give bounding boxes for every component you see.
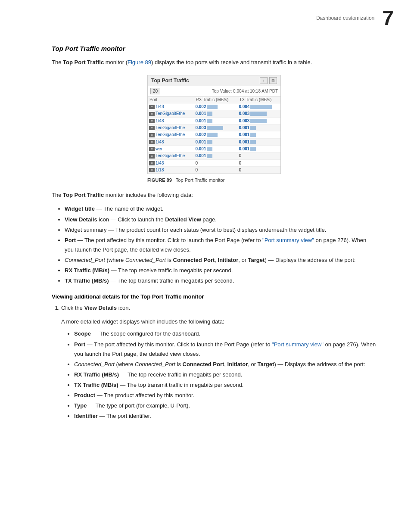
figure-caption-text: Top Port Traffic monitor <box>176 177 225 183</box>
port-link[interactable]: TenGigabitEthe <box>156 111 185 116</box>
port-link[interactable]: 1/43 <box>156 161 164 165</box>
detail-bold-identifier: Identifier <box>74 413 98 419</box>
rx-cell: 0.002 <box>194 103 237 110</box>
rx-cell: 0.001 <box>194 117 237 124</box>
indented-para: A more detailed widget displays which in… <box>61 317 377 327</box>
widget-title: Top Port Traffic <box>151 78 189 84</box>
figure-caption: FIGURE 89 Top Port Traffic monitor <box>147 177 281 183</box>
bold-target: Target <box>248 257 265 263</box>
port-cell: ≡1/18 <box>148 167 194 174</box>
port-link[interactable]: wer <box>156 146 162 151</box>
port-link[interactable]: 1/48 <box>156 140 164 144</box>
intro-text-2: monitor ( <box>104 59 128 65</box>
detail-item-port: Port — The port affected by this monitor… <box>74 340 377 359</box>
table-row: ≡1/480.0010.003 <box>148 117 280 124</box>
port-summary-link-1[interactable]: "Port summary view" <box>262 237 314 243</box>
grid-icon[interactable]: ⊞ <box>269 77 277 84</box>
intro-paragraph: The Top Port Traffic monitor (Figure 89)… <box>52 58 377 67</box>
table-row: ≡1/4300 <box>148 159 280 166</box>
port-link[interactable]: 1/48 <box>156 104 164 109</box>
detail-italic-cp2: Connected_Port <box>135 361 175 367</box>
intro-text-3: ) displays the top ports with receive an… <box>151 59 312 65</box>
tx-cell: 0.003 <box>237 117 280 124</box>
bullet-bold-detailed-view: Detailed View <box>165 216 201 223</box>
rx-cell: 0.002 <box>194 131 237 138</box>
upload-icon[interactable]: ↑ <box>260 77 268 84</box>
detail-italic-cp1: Connected_Port <box>74 361 115 367</box>
table-row: ≡1/480.0010.001 <box>148 138 280 145</box>
port-cell: ≡TenGigabitEthe <box>148 152 194 159</box>
rx-cell: 0.001 <box>194 152 237 159</box>
step1-text: icon. <box>117 305 130 311</box>
tx-cell: 0.001 <box>237 145 280 152</box>
rx-cell: 0 <box>194 159 237 166</box>
list-item-widget-title: Widget title — The name of the widget. <box>65 204 377 214</box>
list-item-widget-summary: Widget summary — The product count for e… <box>65 225 377 235</box>
detail-bullet-list: Scope — The scope configured for the das… <box>61 329 377 421</box>
table-row: ≡TenGigabitEthe0.0020.001 <box>148 131 280 138</box>
tx-cell: 0.001 <box>237 131 280 138</box>
port-cell: ≡1/48 <box>148 138 194 145</box>
bullet-bold-tx: TX Traffic (MB/s) <box>65 277 109 284</box>
col-port: Port <box>148 96 194 103</box>
page-header: Dashboard customization 7 <box>0 0 411 32</box>
detail-item-rx: RX Traffic (MB/s) — The top receive traf… <box>74 370 377 380</box>
port-link[interactable]: TenGigabitEthe <box>156 153 185 158</box>
detail-bold-scope: Scope <box>74 330 91 337</box>
detail-item-connected-port: Connected_Port (where Connected_Port is … <box>74 360 377 369</box>
rx-cell: 0 <box>194 167 237 174</box>
page-number: 7 <box>382 8 394 28</box>
tx-cell: 0 <box>237 159 280 166</box>
detail-bold-tx: TX Traffic (MB/s) <box>74 382 118 388</box>
table-row: ≡1/1800 <box>148 167 280 174</box>
detail-item-type: Type — The type of port (for example, U-… <box>74 401 377 411</box>
port-cell: ≡TenGigabitEthe <box>148 124 194 131</box>
port-link[interactable]: 1/48 <box>156 118 164 123</box>
rx-cell: 0.001 <box>194 110 237 117</box>
numbered-list: Click the View Details icon. <box>52 303 377 313</box>
table-row: ≡TenGigabitEthe0.0030.001 <box>148 124 280 131</box>
list-item-rx: RX Traffic (MB/s) — The top receive traf… <box>65 266 377 275</box>
tx-cell: 0.003 <box>237 110 280 117</box>
tx-cell: 0 <box>237 152 280 159</box>
main-content: Top Port Traffic monitor The Top Port Tr… <box>0 32 411 442</box>
main-bullet-list: Widget title — The name of the widget. V… <box>52 204 377 286</box>
body-text-1: The <box>52 192 63 198</box>
figure-89-link[interactable]: Figure 89 <box>128 59 151 65</box>
list-item-port: Port — The port affected by this monitor… <box>65 236 377 255</box>
detail-bold-target: Target <box>258 361 274 367</box>
widget-screenshot: Top Port Traffic ↑ ⊞ 20 Top Value: 0.004… <box>147 75 281 174</box>
port-cell: ≡TenGigabitEthe <box>148 131 194 138</box>
top-value-label: Top Value: 0.004 at 10:18 AM PDT <box>163 89 278 93</box>
table-header-row: Port RX Traffic (MB/s) TX Traffic (MB/s) <box>148 96 280 103</box>
port-link[interactable]: TenGigabitEthe <box>156 125 185 130</box>
tx-cell: 0.001 <box>237 138 280 145</box>
port-cell: ≡1/48 <box>148 117 194 124</box>
rx-cell: 0.003 <box>194 124 237 131</box>
port-cell: ≡1/48 <box>148 103 194 110</box>
tx-cell: 0.004 <box>237 103 280 110</box>
detail-item-scope: Scope — The scope configured for the das… <box>74 329 377 339</box>
detail-bold-init: Initiator <box>227 361 248 367</box>
italic-connected-port-2: Connected_Port <box>125 257 166 263</box>
filter-button[interactable]: 20 <box>150 88 160 94</box>
widget-table: Port RX Traffic (MB/s) TX Traffic (MB/s)… <box>148 96 280 174</box>
col-rx: RX Traffic (MB/s) <box>194 96 237 103</box>
italic-connected-port-1: Connected_Port <box>65 257 105 263</box>
bullet-bold: Widget title <box>65 205 95 212</box>
detail-bold-type: Type <box>74 402 87 409</box>
rx-cell: 0.001 <box>194 145 237 152</box>
rx-cell: 0.001 <box>194 138 237 145</box>
port-cell: ≡TenGigabitEthe <box>148 110 194 117</box>
tx-cell: 0.001 <box>237 124 280 131</box>
port-link[interactable]: TenGigabitEthe <box>156 132 185 137</box>
port-summary-link-2[interactable]: "Port summary view" <box>272 341 324 348</box>
table-row: ≡TenGigabitEthe0.0010.003 <box>148 110 280 117</box>
detail-item-tx: TX Traffic (MB/s) — The top transmit tra… <box>74 380 377 390</box>
subsection-heading: Viewing additional details for the Top P… <box>52 293 377 300</box>
section-title: Top Port Traffic monitor <box>52 45 377 52</box>
port-link[interactable]: 1/18 <box>156 168 164 172</box>
col-tx: TX Traffic (MB/s) <box>237 96 280 103</box>
port-cell: ≡wer <box>148 145 194 152</box>
bold-connected-port: Connected Port <box>173 257 215 263</box>
